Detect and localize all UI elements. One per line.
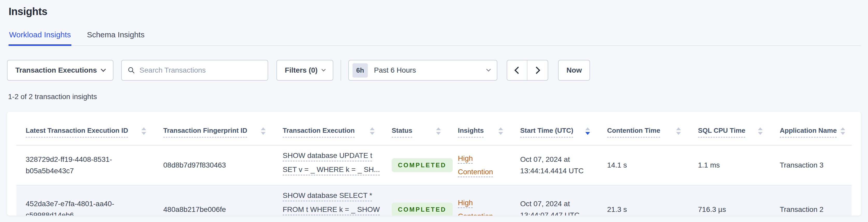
cell-start-time: Oct 07, 2024 at 13:44:14.4414 UTC — [511, 145, 598, 185]
filters-button[interactable]: Filters (0) — [276, 60, 333, 81]
tab-schema-insights[interactable]: Schema Insights — [87, 30, 145, 46]
chevron-down-icon — [101, 67, 106, 72]
filters-label: Filters (0) — [285, 66, 317, 74]
column-header-transaction-fingerprint-id[interactable]: Transaction Fingerprint ID — [154, 118, 273, 145]
prev-range-button[interactable] — [507, 60, 527, 80]
cell-transaction-execution: SHOW database SELECT * FROM t WHERE k = … — [273, 185, 382, 216]
cell-insights: High Contention — [448, 185, 511, 216]
cell-fingerprint-id: 08d8b7d97f830463 — [154, 145, 273, 185]
sort-icon — [840, 127, 845, 135]
status-badge: COMPLETED — [392, 202, 453, 216]
table-row: 452da3e7-e7fa-4801-aa40-c59988d14eb6 480… — [17, 185, 851, 216]
time-range-label: Past 6 Hours — [374, 66, 416, 74]
cell-status: COMPLETED — [382, 145, 448, 185]
search-input[interactable] — [140, 66, 262, 74]
transaction-execution-link[interactable]: SHOW database UPDATE t SET v = _ WHERE k… — [283, 151, 377, 174]
search-box — [121, 60, 268, 81]
page-title: Insights — [8, 6, 861, 18]
sort-icon — [261, 127, 266, 135]
chevron-left-icon — [515, 67, 522, 74]
cell-sql-cpu-time: 716.3 µs — [689, 185, 770, 216]
now-button[interactable]: Now — [558, 60, 590, 81]
cell-execution-id: 452da3e7-e7fa-4801-aa40-c59988d14eb6 — [17, 185, 154, 216]
chevron-down-icon — [487, 67, 491, 71]
cell-contention-time: 21.3 s — [598, 185, 689, 216]
cell-sql-cpu-time: 1.1 ms — [689, 145, 770, 185]
table-header-row: Latest Transaction Execution ID Transact… — [17, 118, 851, 145]
transaction-execution-link[interactable]: SHOW database SELECT * FROM t WHERE k = … — [283, 191, 377, 216]
cell-start-time: Oct 07, 2024 at 13:44:07.447 UTC — [511, 185, 598, 216]
results-summary: 1-2 of 2 transaction insights — [8, 93, 861, 101]
column-header-transaction-execution[interactable]: Transaction Execution — [273, 118, 382, 145]
table-row: 328729d2-ff19-4408-8531-b05a5b4e43c7 08d… — [17, 145, 851, 185]
column-header-contention-time[interactable]: Contention Time — [598, 118, 689, 145]
chevron-right-icon — [533, 67, 540, 74]
column-header-sql-cpu-time[interactable]: SQL CPU Time — [689, 118, 770, 145]
column-header-status[interactable]: Status — [382, 118, 448, 145]
column-header-insights[interactable]: Insights — [448, 118, 511, 145]
time-range-picker[interactable]: 6h Past 6 Hours — [348, 60, 497, 81]
toolbar-divider — [341, 60, 341, 81]
insights-table: Latest Transaction Execution ID Transact… — [17, 118, 851, 216]
sort-icon — [142, 127, 146, 135]
tab-workload-insights[interactable]: Workload Insights — [8, 30, 71, 46]
execution-type-label: Transaction Executions — [15, 66, 97, 74]
cell-fingerprint-id: 480a8b217be006fe — [154, 185, 273, 216]
sort-icon — [676, 127, 681, 135]
column-header-application-name[interactable]: Application Name — [770, 118, 851, 145]
time-range-pager — [507, 60, 548, 81]
execution-type-dropdown[interactable]: Transaction Executions — [7, 60, 114, 81]
column-header-latest-transaction-execution-id[interactable]: Latest Transaction Execution ID — [17, 118, 154, 145]
chevron-down-icon — [321, 67, 326, 71]
cell-transaction-execution: SHOW database UPDATE t SET v = _ WHERE k… — [273, 145, 382, 185]
toolbar: Transaction Executions Filters (0) 6h Pa… — [7, 60, 861, 81]
insight-link[interactable]: High Contention — [458, 196, 506, 216]
insights-page: { "page": { "title": "Insights" }, "tabs… — [0, 0, 868, 222]
cell-contention-time: 14.1 s — [598, 145, 689, 185]
sort-icon — [436, 127, 441, 135]
sort-icon — [758, 127, 763, 135]
search-icon — [127, 66, 135, 74]
time-range-badge: 6h — [352, 63, 368, 77]
next-range-button[interactable] — [527, 60, 548, 80]
insights-table-card: Latest Transaction Execution ID Transact… — [7, 112, 861, 216]
column-header-start-time[interactable]: Start Time (UTC) — [511, 118, 598, 145]
insight-link[interactable]: High Contention — [458, 152, 506, 179]
cell-status: COMPLETED — [382, 185, 448, 216]
cell-insights: High Contention — [448, 145, 511, 185]
tabs-bar: Workload Insights Schema Insights — [7, 30, 861, 46]
cell-application-name: Transaction 3 — [770, 145, 851, 185]
status-badge: COMPLETED — [392, 158, 453, 172]
sort-icon-active-desc — [585, 127, 590, 135]
sort-icon — [370, 127, 375, 135]
cell-execution-id: 328729d2-ff19-4408-8531-b05a5b4e43c7 — [17, 145, 154, 185]
page-container: Insights Workload Insights Schema Insigh… — [0, 0, 868, 216]
sort-icon — [498, 127, 503, 135]
cell-application-name: Transaction 2 — [770, 185, 851, 216]
